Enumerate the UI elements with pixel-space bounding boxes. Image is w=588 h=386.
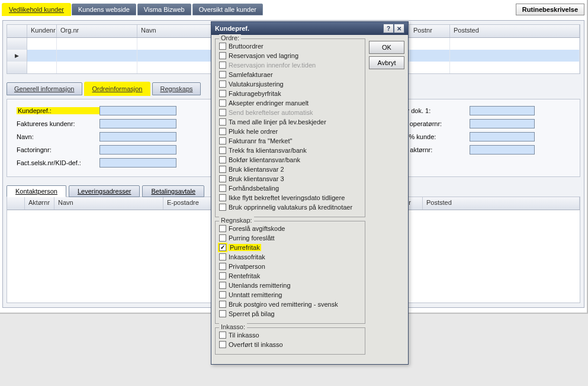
checkbox-row-ordre-4[interactable]: Valutakursjustering <box>219 79 361 89</box>
checkbox-label: Fakturanr fra "Merket" <box>229 137 292 144</box>
rutinebeskrivelse-button[interactable]: Rutinebeskrivelse <box>516 4 584 15</box>
factoringnr-input[interactable] <box>99 145 176 155</box>
checkbox-row-ordre-13[interactable]: Bruk klientansvar 2 <box>219 165 361 174</box>
checkbox-label: Bruk klientansvar 2 <box>229 166 284 173</box>
checkbox-icon[interactable] <box>219 282 226 289</box>
checkbox-icon[interactable] <box>219 99 226 107</box>
checkbox-icon <box>219 109 226 116</box>
col-poststed2[interactable]: Poststed <box>423 197 580 210</box>
checkbox-icon[interactable] <box>219 71 226 78</box>
col-orgnr[interactable]: Org.nr <box>57 25 137 37</box>
checkbox-icon[interactable] <box>219 204 226 211</box>
checkbox-icon[interactable] <box>219 244 226 251</box>
checkbox-icon[interactable] <box>219 253 226 260</box>
checkbox-label: Ta med alle linjer på lev.beskjeder <box>229 118 326 126</box>
help-button[interactable]: ? <box>383 24 394 33</box>
checkbox-label: Sperret på bilag <box>229 310 275 317</box>
checkbox-label: Bokfør klientansvar/bank <box>229 156 300 163</box>
tab-generell-informasjon[interactable]: Generell informasjon <box>7 82 82 95</box>
checkbox-icon[interactable] <box>219 234 226 242</box>
checkbox-row-ordre-8[interactable]: Ta med alle linjer på lev.beskjeder <box>219 117 361 127</box>
checkbox-row-ordre-3[interactable]: Samlefakturaer <box>219 70 361 79</box>
dialog-buttons: OK Avbryt <box>369 41 404 358</box>
col-aktornr[interactable]: Aktørnr <box>25 197 54 210</box>
tab-kontaktperson[interactable]: Kontaktperson <box>7 185 66 197</box>
voice-operator-input[interactable] <box>470 119 535 128</box>
checkbox-row-inkasso-0[interactable]: Til inkasso <box>219 330 361 340</box>
tab-leveringsadresser[interactable]: Leveringsadresser <box>69 185 140 197</box>
checkbox-icon[interactable] <box>219 225 226 232</box>
checkbox-row-regnskap-6[interactable]: Utenlands remittering <box>219 281 361 290</box>
checkbox-icon[interactable] <box>219 81 226 88</box>
avbryt-button[interactable]: Avbryt <box>369 56 404 69</box>
checkbox-row-regnskap-2[interactable]: Purrefritak <box>219 243 361 252</box>
label-factoringnr: Factoringnr: <box>17 146 99 153</box>
col-poststed[interactable]: Poststed <box>450 25 580 37</box>
checkbox-icon[interactable] <box>219 52 226 59</box>
checkbox-icon[interactable] <box>219 90 226 97</box>
checkbox-icon[interactable] <box>219 128 226 135</box>
checkbox-icon[interactable] <box>219 166 226 173</box>
til-aktornr-input[interactable] <box>470 145 535 155</box>
tab-visma-bizweb[interactable]: Visma Bizweb <box>137 4 191 15</box>
checkbox-row-ordre-0[interactable]: Bruttoordrer <box>219 41 361 51</box>
col-kundenr[interactable]: Kundenr <box>27 25 57 37</box>
checkbox-row-ordre-17[interactable]: Bruk opprinnelig valutakurs på kreditnot… <box>219 202 361 212</box>
checkbox-row-regnskap-5[interactable]: Rentefritak <box>219 271 361 281</box>
tab-ordreinformasjon[interactable]: Ordreinformasjon <box>85 82 150 95</box>
checkbox-icon[interactable] <box>219 137 226 144</box>
checkbox-row-regnskap-4[interactable]: Privatperson <box>219 262 361 271</box>
checkbox-icon[interactable] <box>219 272 226 279</box>
tab-oversikt-alle-kunder[interactable]: Oversikt alle kunder <box>192 4 263 15</box>
dialog-titlebar[interactable]: Kundepref. ? ✕ <box>211 22 408 35</box>
checkbox-row-regnskap-0[interactable]: Foreslå avgiftskode <box>219 224 361 233</box>
checkbox-row-ordre-15[interactable]: Forhåndsbetaling <box>219 184 361 193</box>
rabatt-kunde-input[interactable] <box>470 132 535 141</box>
checkbox-icon[interactable] <box>219 310 226 317</box>
col-postnr[interactable]: Postnr <box>410 25 450 37</box>
checkbox-row-ordre-5[interactable]: Fakturagebyrfritak <box>219 89 361 98</box>
checkbox-row-ordre-12[interactable]: Bokfør klientansvar/bank <box>219 155 361 165</box>
fact-selsk-kid-input[interactable] <box>99 158 176 168</box>
checkbox-row-ordre-11[interactable]: Trekk fra klientansvar/bank <box>219 146 361 155</box>
tab-betalingsavtale[interactable]: Betalingsavtale <box>142 185 204 197</box>
col-navn2[interactable]: Navn <box>54 197 163 210</box>
navn-input[interactable] <box>99 132 176 141</box>
close-button[interactable]: ✕ <box>394 24 404 33</box>
label-fact-selsk-kid: Fact.selsk.nr/KID-def.: <box>17 159 99 166</box>
checkbox-icon[interactable] <box>219 147 226 154</box>
checkbox-icon[interactable] <box>219 194 226 201</box>
checkbox-row-regnskap-7[interactable]: Unntatt remittering <box>219 290 361 300</box>
checkbox-label: Til inkasso <box>229 332 259 339</box>
ok-button[interactable]: OK <box>369 41 404 54</box>
checkbox-row-regnskap-9[interactable]: Sperret på bilag <box>219 309 361 319</box>
checkbox-icon[interactable] <box>219 332 226 339</box>
checkbox-row-regnskap-3[interactable]: Inkassofritak <box>219 252 361 262</box>
checkbox-icon[interactable] <box>219 43 226 50</box>
checkbox-icon[interactable] <box>219 291 226 298</box>
checkbox-row-ordre-10[interactable]: Fakturanr fra "Merket" <box>219 136 361 146</box>
checkbox-icon[interactable] <box>219 263 226 270</box>
checkbox-row-ordre-9[interactable]: Plukk hele ordrer <box>219 127 361 136</box>
checkbox-icon[interactable] <box>219 185 226 192</box>
checkbox-icon[interactable] <box>219 341 226 348</box>
checkbox-icon[interactable] <box>219 175 226 182</box>
checkbox-row-ordre-16[interactable]: Ikke flytt bekreftet leveringsdato tidli… <box>219 193 361 202</box>
checkbox-label: Aksepter endringer manuelt <box>229 99 309 107</box>
dok1-input[interactable] <box>470 106 535 115</box>
kundepref-input[interactable] <box>99 106 176 115</box>
checkbox-row-regnskap-8[interactable]: Bruk postgiro ved remittering - svensk <box>219 300 361 309</box>
checkbox-row-regnskap-1[interactable]: Purring foreslått <box>219 233 361 243</box>
tab-kundens-webside[interactable]: Kundens webside <box>72 4 136 15</box>
checkbox-label: Rentefritak <box>229 272 260 279</box>
tab-vedlikehold-kunder[interactable]: Vedlikehold kunder <box>2 4 70 15</box>
checkbox-row-inkasso-1[interactable]: Overført til inkasso <box>219 340 361 349</box>
checkbox-icon[interactable] <box>219 156 226 163</box>
tab-regnskap[interactable]: Regnskaps <box>152 82 200 95</box>
checkbox-row-ordre-6[interactable]: Aksepter endringer manuelt <box>219 98 361 108</box>
faktureres-kundenr-input[interactable] <box>99 119 176 128</box>
checkbox-icon[interactable] <box>219 301 226 308</box>
checkbox-row-ordre-1[interactable]: Reservasjon ved lagring <box>219 51 361 60</box>
checkbox-icon[interactable] <box>219 118 226 126</box>
checkbox-row-ordre-14[interactable]: Bruk klientansvar 3 <box>219 174 361 184</box>
